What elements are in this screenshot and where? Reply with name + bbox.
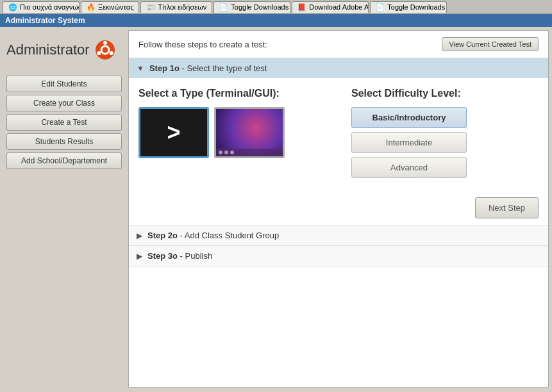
main-content: Follow these steps to create a test: Vie… [128, 30, 549, 388]
tab-3-icon: 📰 [146, 3, 155, 12]
type-label: Select a Type (Terminal/GUI): [138, 88, 326, 99]
step3-section[interactable]: ▶ Step 3o - Publish [129, 246, 548, 266]
gui-type-button[interactable] [214, 107, 285, 158]
step1-arrow-icon: ▼ [137, 64, 144, 73]
tab-2-label: Ξεκινώντας [98, 3, 133, 11]
next-step-area: Next Step [129, 191, 548, 225]
difficulty-buttons: Basic/Introductory Intermediate Advanced [351, 107, 539, 178]
gui-dot-3 [230, 151, 234, 154]
svg-point-3 [109, 51, 113, 55]
step2-number: Step 2o [147, 231, 178, 240]
title-bar-text: Administrator System [5, 16, 85, 25]
main-header: Follow these steps to create a test: Vie… [129, 31, 548, 58]
step3-arrow-icon: ▶ [137, 252, 142, 261]
step1-header[interactable]: ▼ Step 1o - Select the type of test [129, 58, 548, 78]
step3-title: Step 3o - Publish [147, 251, 212, 261]
header-instructions: Follow these steps to create a test: [138, 40, 267, 49]
tab-5[interactable]: 📕 Download Adobe Acro... [292, 1, 369, 13]
tab-2-icon: 🔥 [87, 3, 96, 12]
terminal-arrow-icon: > [167, 119, 180, 146]
tab-3-label: Τίτλοι ειδήσεων [158, 3, 206, 11]
tab-1[interactable]: 🌐 Πιο συχνά αναγνωσμέ... [3, 1, 79, 13]
create-class-button[interactable]: Create your Class [6, 95, 122, 111]
step2-subtitle: - Add Class Student Group [178, 231, 279, 240]
terminal-preview: > [140, 109, 207, 156]
title-bar: Administrator System [0, 14, 552, 27]
ubuntu-logo [95, 40, 115, 60]
gui-taskbar [216, 149, 283, 156]
advanced-difficulty-button[interactable]: Advanced [351, 157, 467, 178]
type-images: > [138, 107, 326, 158]
step2-section[interactable]: ▶ Step 2o - Add Class Student Group [129, 225, 548, 246]
selection-area: Select a Type (Terminal/GUI): > [138, 88, 539, 178]
tab-4-icon: 📄 [219, 3, 228, 12]
step1-title: Step 1o - Select the type of test [149, 63, 267, 73]
difficulty-section: Select Difficulty Level: Basic/Introduct… [351, 88, 539, 178]
step1-subtitle: - Select the type of test [180, 63, 267, 73]
sidebar: Administrator Edit Students Create your … [0, 27, 128, 391]
step2-arrow-icon: ▶ [137, 231, 142, 240]
app-container: Administrator Edit Students Create your … [0, 27, 552, 391]
tab-6[interactable]: 📄 Toggle Downloads [370, 1, 447, 13]
step3-subtitle: - Publish [178, 251, 212, 261]
svg-point-2 [103, 41, 107, 45]
tab-4-label: Toggle Downloads [231, 3, 289, 11]
admin-title: Administrator [6, 42, 90, 58]
tab-5-label: Download Adobe Acro... [309, 3, 369, 11]
next-step-button[interactable]: Next Step [475, 197, 539, 218]
gui-preview [216, 109, 283, 156]
type-section: Select a Type (Terminal/GUI): > [138, 88, 326, 158]
browser-tabs: 🌐 Πιο συχνά αναγνωσμέ... 🔥 Ξεκινώντας 📰 … [0, 0, 552, 14]
svg-point-4 [97, 51, 101, 55]
admin-header: Administrator [6, 40, 122, 60]
terminal-type-button[interactable]: > [138, 107, 209, 158]
tab-3[interactable]: 📰 Τίτλοι ειδήσεων [140, 1, 212, 13]
tab-2[interactable]: 🔥 Ξεκινώντας [81, 1, 139, 13]
view-current-test-button[interactable]: View Current Created Test [442, 37, 539, 51]
step1-section: ▼ Step 1o - Select the type of test Sele… [129, 58, 548, 225]
tab-1-label: Πιο συχνά αναγνωσμέ... [20, 3, 79, 11]
create-test-button[interactable]: Create a Test [6, 114, 122, 131]
students-results-button[interactable]: Students Results [6, 133, 122, 150]
tab-5-icon: 📕 [297, 3, 306, 12]
gui-dot-1 [219, 151, 222, 154]
basic-difficulty-button[interactable]: Basic/Introductory [351, 107, 467, 128]
gui-dot-2 [224, 151, 228, 154]
add-school-button[interactable]: Add School/Departement [6, 152, 122, 169]
step1-number: Step 1o [149, 63, 180, 73]
difficulty-label: Select Difficulty Level: [351, 88, 539, 99]
edit-students-button[interactable]: Edit Students [6, 76, 122, 92]
tab-6-icon: 📄 [376, 3, 385, 12]
step2-title: Step 2o - Add Class Student Group [147, 231, 279, 240]
tab-1-icon: 🌐 [8, 3, 17, 12]
step1-content: Select a Type (Terminal/GUI): > [129, 78, 548, 191]
step3-number: Step 3o [147, 251, 178, 261]
intermediate-difficulty-button[interactable]: Intermediate [351, 132, 467, 153]
tab-4[interactable]: 📄 Toggle Downloads [213, 1, 290, 13]
tab-6-label: Toggle Downloads [387, 3, 445, 11]
